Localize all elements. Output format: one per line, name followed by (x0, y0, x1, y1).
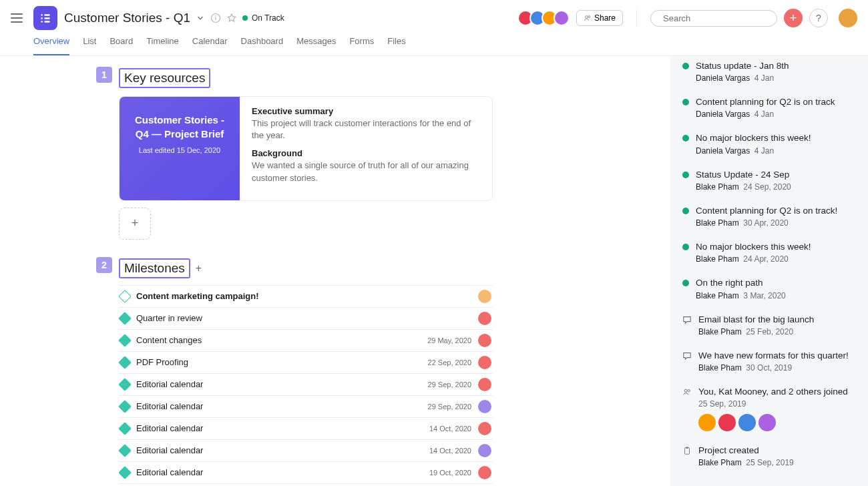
activity-item[interactable]: Status Update - 24 SepBlake Pham 24 Sep,… (670, 162, 868, 198)
assignee-avatar[interactable] (478, 356, 491, 369)
activity-item[interactable]: On the right pathBlake Pham 3 Mar, 2020 (670, 270, 868, 306)
tab-dashboard[interactable]: Dashboard (241, 36, 284, 55)
milestone-row[interactable]: Editorial calendar14 Oct, 2020 (119, 440, 493, 462)
activity-item[interactable]: No major blockers this week!Daniela Varg… (670, 126, 868, 162)
tab-list[interactable]: List (83, 36, 96, 55)
milestone-status-icon[interactable] (118, 290, 132, 303)
help-button[interactable]: ? (809, 9, 828, 27)
activity-feed: Status update - Jan 8thDaniela Vargas 4 … (670, 56, 868, 486)
activity-item[interactable]: Status update - Jan 8thDaniela Vargas 4 … (670, 56, 868, 89)
section-badge: 1 (96, 67, 112, 83)
project-icon (33, 6, 57, 30)
assignee-avatar[interactable] (478, 378, 491, 391)
milestone-row[interactable]: PDF Proofing22 Sep, 2020 (119, 352, 493, 374)
add-milestone-button[interactable]: + (196, 262, 202, 274)
activity-item[interactable]: Content planning for Q2 is on trackDanie… (670, 89, 868, 126)
activity-meta: Blake Pham 24 Sep, 2020 (696, 182, 856, 192)
tab-messages[interactable]: Messages (296, 36, 336, 55)
milestone-name: Editorial calendar (136, 423, 423, 433)
milestone-row[interactable]: Content marketing campaign! (119, 285, 493, 308)
info-icon[interactable] (210, 13, 221, 23)
brief-bg-body: We wanted a single source of truth for a… (252, 160, 480, 184)
svg-rect-3 (44, 17, 49, 19)
milestone-row[interactable]: Editorial calendar19 Oct, 2020 (119, 462, 493, 484)
milestone-row[interactable]: Content changes29 May, 2020 (119, 330, 493, 352)
tab-overview[interactable]: Overview (33, 36, 69, 55)
brief-exec-heading: Executive summary (252, 106, 480, 116)
milestone-row[interactable]: Editorial calendar29 Sep, 2020 (119, 396, 493, 418)
activity-item[interactable]: No major blockers this week!Blake Pham 2… (670, 234, 868, 270)
assignee-avatar[interactable] (478, 444, 491, 457)
milestone-date: 19 Oct, 2020 (429, 469, 471, 477)
activity-item[interactable]: Content planning for Q2 is on track!Blak… (670, 198, 868, 234)
milestone-row[interactable]: Quarter in review (119, 308, 493, 330)
milestone-status-icon[interactable] (118, 334, 132, 347)
tab-board[interactable]: Board (110, 36, 133, 55)
hamburger-menu-icon[interactable] (11, 10, 27, 26)
milestone-status-icon[interactable] (118, 422, 132, 435)
section-title-key-resources[interactable]: Key resources (119, 68, 210, 88)
add-resource-button[interactable]: + (119, 208, 151, 240)
clipboard-icon (682, 446, 692, 455)
milestone-row[interactable]: Editorial calendar29 Sep, 2020 (119, 374, 493, 396)
svg-rect-14 (685, 448, 690, 455)
milestone-date: 29 Sep, 2020 (428, 381, 471, 389)
activity-title: No major blockers this week! (696, 132, 856, 144)
milestone-status-icon[interactable] (118, 466, 132, 479)
chevron-down-icon[interactable] (196, 13, 205, 23)
milestone-status-icon[interactable] (118, 356, 132, 369)
search-box[interactable] (650, 10, 777, 27)
svg-point-12 (684, 389, 687, 392)
milestone-status-icon[interactable] (118, 400, 132, 413)
brief-exec-body: This project will track customer interac… (252, 117, 480, 142)
assignee-avatar[interactable] (478, 312, 491, 325)
project-title[interactable]: Customer Stories - Q1 (64, 11, 190, 25)
milestone-row[interactable]: Editorial calendar14 Oct, 2020 (119, 418, 493, 440)
activity-meta: Blake Pham 30 Oct, 2019 (698, 363, 856, 373)
assignee-avatar[interactable] (478, 422, 491, 435)
assignee-avatar[interactable] (478, 400, 491, 413)
tab-calendar[interactable]: Calendar (192, 36, 228, 55)
assignee-avatar[interactable] (478, 290, 491, 303)
activity-item[interactable]: We have new formats for this quarter!Bla… (670, 343, 868, 379)
activity-title: Status update - Jan 8th (696, 60, 856, 72)
user-avatar[interactable] (839, 9, 857, 27)
assignee-avatar[interactable] (478, 466, 491, 479)
activity-meta: Blake Pham 24 Apr, 2020 (696, 254, 856, 264)
milestone-date: 22 Sep, 2020 (428, 358, 471, 367)
activity-meta: Daniela Vargas 4 Jan (696, 109, 856, 119)
activity-meta: Blake Pham 30 Apr, 2020 (696, 218, 856, 228)
message-icon (682, 351, 692, 360)
project-brief-card[interactable]: Customer Stories - Q4 — Project Brief La… (119, 96, 493, 201)
milestone-date: 29 Sep, 2020 (428, 403, 471, 411)
activity-meta: Blake Pham 3 Mar, 2020 (696, 291, 856, 300)
divider (636, 10, 637, 26)
member-avatars[interactable] (521, 10, 570, 26)
section-title-milestones[interactable]: Milestones (119, 258, 190, 278)
share-button[interactable]: Share (576, 10, 623, 26)
tab-timeline[interactable]: Timeline (146, 36, 179, 55)
status-pill[interactable]: On Track (242, 13, 284, 23)
tab-files[interactable]: Files (387, 36, 405, 55)
svg-point-7 (215, 15, 216, 17)
svg-point-10 (588, 16, 590, 18)
activity-item[interactable]: Email blast for the big launchBlake Pham… (670, 307, 868, 343)
activity-meta: Daniela Vargas 4 Jan (696, 73, 856, 83)
assignee-avatar[interactable] (478, 334, 491, 347)
activity-item[interactable]: You, Kat Mooney, and 2 others joined25 S… (670, 379, 868, 438)
status-dot-icon (682, 208, 689, 214)
activity-title: We have new formats for this quarter! (698, 350, 856, 362)
status-dot-icon (242, 15, 248, 21)
tab-forms[interactable]: Forms (349, 36, 374, 55)
activity-item[interactable]: Project createdBlake Pham 25 Sep, 2019 (670, 438, 868, 474)
milestone-status-icon[interactable] (118, 444, 132, 457)
brief-title: Customer Stories - Q4 — Project Brief (130, 113, 229, 141)
search-input[interactable] (663, 13, 775, 23)
svg-point-9 (586, 16, 588, 19)
global-add-button[interactable]: + (784, 9, 803, 27)
milestone-name: Content changes (136, 335, 421, 345)
star-icon[interactable] (226, 13, 237, 23)
activity-title: Content planning for Q2 is on track! (696, 205, 856, 217)
milestone-status-icon[interactable] (118, 378, 132, 391)
milestone-status-icon[interactable] (118, 312, 132, 325)
